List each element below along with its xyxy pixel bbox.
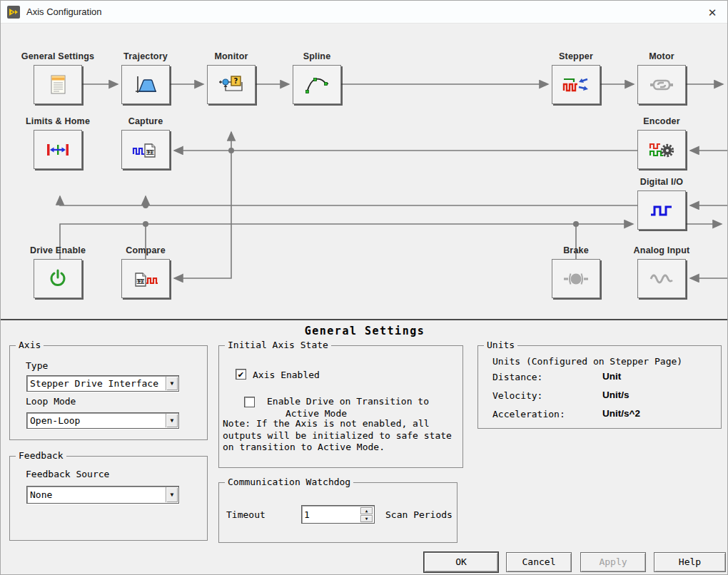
block-encoder[interactable] — [637, 130, 686, 169]
initial-axis-state-group: Initial Axis State ✔ Axis Enabled Enable… — [218, 345, 463, 468]
close-icon[interactable]: ✕ — [704, 5, 720, 21]
communication-watchdog-group: Communication Watchdog Timeout ▲ ▼ Scan … — [218, 482, 457, 543]
loop-mode-dropdown-value: Open-Loop — [30, 415, 80, 426]
block-monitor[interactable]: ? — [207, 65, 256, 104]
svg-text:?: ? — [234, 77, 238, 85]
spin-down-icon[interactable]: ▼ — [360, 515, 373, 522]
monitor-icon: ? — [218, 73, 245, 96]
power-icon — [46, 268, 70, 290]
units-subtitle: Units (Configured on Stepper Page) — [492, 356, 682, 367]
axis-group-title: Axis — [16, 340, 44, 350]
axis-configuration-dialog: Axis Configuration ✕ — [0, 0, 728, 575]
window-title: Axis Configuration — [26, 6, 102, 17]
apply-button[interactable]: Apply — [580, 552, 646, 572]
block-label-brake: Brake — [526, 245, 626, 255]
chevron-down-icon[interactable]: ▼ — [166, 414, 178, 427]
feedback-group: Feedback Feedback Source None ▼ — [9, 456, 208, 541]
help-button[interactable]: Help — [654, 552, 726, 572]
block-label-capture: Capture — [96, 116, 196, 126]
type-dropdown[interactable]: Stepper Drive Interface ▼ — [26, 375, 179, 392]
enable-drive-label-line2: Active Mode — [285, 408, 347, 419]
axis-note: Note: If the Axis is not enabled, all ou… — [223, 418, 452, 454]
svg-text:123: 123 — [146, 149, 155, 154]
block-spline[interactable] — [293, 65, 341, 104]
timeout-label: Timeout — [226, 509, 266, 520]
block-label-compare: Compare — [96, 245, 196, 255]
distance-value: Unit — [602, 371, 621, 382]
block-label-monitor: Monitor — [181, 51, 281, 61]
spin-up-icon[interactable]: ▲ — [360, 507, 373, 514]
ok-button[interactable]: OK — [424, 552, 498, 572]
motor-icon — [648, 74, 675, 96]
labview-app-icon — [7, 6, 20, 19]
block-label-stepper: Stepper — [526, 51, 626, 61]
feedback-source-dropdown-value: None — [30, 489, 52, 500]
notepad-icon — [45, 74, 71, 96]
block-compare[interactable]: 123 — [121, 259, 170, 298]
feedback-group-title: Feedback — [16, 450, 66, 461]
block-motor[interactable] — [637, 65, 686, 104]
cancel-button[interactable]: Cancel — [506, 552, 572, 572]
chevron-down-icon[interactable]: ▼ — [166, 487, 178, 502]
loop-mode-dropdown[interactable]: Open-Loop ▼ — [26, 412, 179, 429]
enable-drive-checkbox[interactable] — [244, 397, 255, 407]
initial-axis-state-title: Initial Axis State — [225, 340, 331, 350]
block-drive-enable[interactable] — [34, 259, 82, 298]
axis-enabled-label: Axis Enabled — [253, 370, 320, 380]
block-analog-input[interactable] — [637, 259, 686, 298]
block-label-analog-input: Analog Input — [612, 245, 712, 255]
chevron-down-icon[interactable]: ▼ — [166, 377, 178, 390]
enable-drive-label-line1: Enable Drive on Transition to — [267, 396, 429, 407]
type-dropdown-value: Stepper Drive Interface — [30, 378, 158, 389]
communication-watchdog-title: Communication Watchdog — [225, 477, 353, 487]
general-settings-panel: General Settings Axis Type Stepper Drive… — [1, 320, 728, 575]
feedback-source-dropdown[interactable]: None ▼ — [26, 486, 179, 504]
axis-enabled-checkbox[interactable]: ✔ — [236, 369, 246, 380]
block-label-trajectory: Trajectory — [96, 51, 196, 61]
axis-group: Axis Type Stepper Drive Interface ▼ Loop… — [9, 345, 208, 440]
block-label-limits-home: Limits & Home — [8, 116, 108, 126]
block-label-general-settings: General Settings — [8, 51, 108, 61]
type-label: Type — [26, 360, 48, 371]
velocity-label: Velocity: — [492, 390, 542, 401]
block-limits-home[interactable] — [34, 130, 82, 169]
block-label-drive-enable: Drive Enable — [8, 245, 108, 255]
spline-icon — [304, 74, 330, 96]
feedback-source-label: Feedback Source — [26, 469, 109, 479]
wiring-diagram — [1, 24, 728, 319]
block-label-spline: Spline — [267, 51, 367, 61]
panel-heading: General Settings — [1, 325, 728, 337]
stepper-pulse-icon — [562, 73, 590, 96]
sine-wave-icon — [648, 268, 675, 290]
block-general-settings[interactable] — [34, 65, 82, 104]
brake-icon — [562, 268, 590, 290]
block-label-digital-io: Digital I/O — [612, 177, 712, 187]
encoder-icon — [648, 138, 675, 161]
acceleration-label: Acceleration: — [492, 409, 565, 419]
compare-icon: 123 — [132, 268, 159, 290]
units-group: Units Units (Configured on Stepper Page)… — [477, 345, 722, 429]
digital-io-icon — [648, 200, 675, 221]
svg-text:123: 123 — [136, 278, 145, 283]
titlebar: Axis Configuration ✕ — [1, 1, 727, 24]
trajectory-icon — [133, 74, 158, 96]
block-stepper[interactable] — [552, 65, 600, 104]
limits-home-icon — [44, 139, 71, 161]
timeout-input[interactable] — [304, 507, 355, 521]
capture-icon: 123 — [132, 139, 159, 161]
loop-mode-label: Loop Mode — [26, 396, 76, 407]
block-digital-io[interactable] — [637, 190, 686, 230]
axis-block-diagram: General Settings Trajectory Monitor Spli… — [1, 24, 728, 319]
timeout-spinner[interactable]: ▲ ▼ — [301, 505, 375, 524]
block-capture[interactable]: 123 — [121, 130, 170, 169]
acceleration-value: Unit/s^2 — [602, 408, 640, 419]
distance-label: Distance: — [492, 372, 542, 382]
velocity-value: Unit/s — [602, 390, 630, 400]
units-group-title: Units — [484, 340, 517, 350]
scan-periods-label: Scan Periods — [385, 509, 453, 520]
block-label-encoder: Encoder — [612, 116, 712, 126]
block-brake[interactable] — [552, 259, 600, 298]
checkmark-icon: ✔ — [238, 369, 244, 380]
block-trajectory[interactable] — [121, 65, 170, 104]
block-label-motor: Motor — [612, 51, 712, 61]
